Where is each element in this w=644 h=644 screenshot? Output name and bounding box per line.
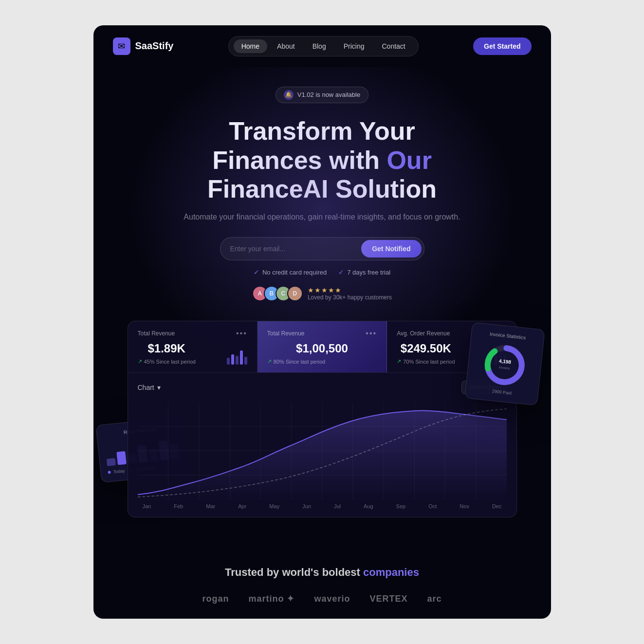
- x-label-jul: Jul: [334, 503, 341, 509]
- get-started-button[interactable]: Get Started: [473, 37, 531, 55]
- logo-icon: ✉: [113, 37, 130, 55]
- hero-title-line2: FinanceAI Solution: [207, 175, 437, 203]
- metric-change-3: ↗ 70% Since last period: [397, 358, 455, 365]
- bar-2: [116, 451, 127, 465]
- social-proof: A B C D ★★★★★ Loved by 30k+ happy custom…: [113, 286, 532, 301]
- metric-label-3: Avg. Order Revenue: [397, 330, 450, 337]
- x-label-nov: Nov: [460, 503, 469, 509]
- metric-total-revenue-2: Total Revenue ••• $1,00,500 ↗ 80% Since …: [258, 321, 387, 372]
- page-wrapper: ✉ SaaStify Home About Blog Pricing Conta…: [93, 25, 551, 619]
- invoice-title: Invoice Statistics: [478, 330, 536, 341]
- donut-wrapper: 4,198 Invoice: [473, 340, 536, 390]
- x-label-apr: Apr: [238, 503, 246, 509]
- x-label-aug: Aug: [364, 503, 373, 509]
- metric-value-1: $1.89K: [138, 342, 196, 355]
- email-form: Get Notified: [220, 237, 424, 260]
- chart-x-labels: Jan Feb Mar Apr May Jun Jul Aug Sep Oct …: [138, 499, 507, 509]
- chart-svg: [138, 402, 507, 499]
- check-label-2: 7 days free trial: [347, 269, 390, 276]
- trusted-title-start: Trusted by world's boldest: [225, 566, 363, 578]
- x-label-mar: Mar: [206, 503, 215, 509]
- check-icon-1: ✓: [254, 268, 259, 276]
- chart-svg-wrapper: [138, 402, 507, 499]
- bar-1: [106, 458, 115, 466]
- trusted-title-highlight: companies: [363, 566, 419, 578]
- check-free-trial: ✓ 7 days free trial: [338, 268, 390, 276]
- logo-text: SaaStify: [135, 40, 174, 52]
- x-label-oct: Oct: [428, 503, 437, 509]
- check-icon-2: ✓: [338, 268, 344, 276]
- company-logo-martino: martino ✦: [248, 593, 294, 604]
- metrics-row: Total Revenue ••• $1.89K ↗ 45% Since las…: [128, 321, 516, 372]
- x-label-dec: Dec: [492, 503, 502, 509]
- navbar: ✉ SaaStify Home About Blog Pricing Conta…: [93, 25, 551, 67]
- dashboard-preview: Real-Time Sale Today: [128, 321, 517, 532]
- chevron-down-icon: ▾: [157, 384, 161, 391]
- metric-header-1: Total Revenue •••: [138, 329, 247, 338]
- star-rating: ★★★★★: [308, 286, 342, 294]
- stars-text: ★★★★★ Loved by 30k+ happy customers: [308, 286, 392, 301]
- logo: ✉ SaaStify: [113, 37, 174, 55]
- metric-menu-1[interactable]: •••: [236, 329, 247, 338]
- company-logo-vertex: VERTEX: [370, 594, 408, 604]
- hero-section: 🔔 V1.02 is now available Transform Your …: [93, 67, 551, 542]
- nav-pricing[interactable]: Pricing: [336, 39, 372, 53]
- svg-text:Invoice: Invoice: [498, 366, 510, 370]
- metric-menu-2[interactable]: •••: [366, 329, 377, 338]
- nav-blog[interactable]: Blog: [305, 39, 334, 53]
- email-input[interactable]: [230, 245, 362, 253]
- metric-header-2: Total Revenue •••: [267, 329, 377, 338]
- company-logos-row: rogan martino ✦ waverio VERTEX arc: [113, 593, 532, 604]
- chart-area: Chart ▾ Select Date: [128, 372, 516, 517]
- x-label-may: May: [269, 503, 279, 509]
- company-logo-arc: arc: [427, 594, 442, 604]
- legend-today: Today: [108, 468, 125, 475]
- metric-label-1: Total Revenue: [138, 330, 175, 337]
- hero-checks: ✓ No credit card required ✓ 7 days free …: [113, 268, 532, 276]
- get-notified-button[interactable]: Get Notified: [361, 240, 421, 258]
- floating-card-invoice: Invoice Statistics 4,198 Invoice 2900 Pa…: [464, 322, 545, 406]
- bell-icon: 🔔: [284, 90, 294, 100]
- chart-selector-label: Chart: [138, 384, 154, 391]
- x-label-sep: Sep: [396, 503, 406, 509]
- company-logo-rogan: rogan: [202, 594, 229, 604]
- x-label-jan: Jan: [143, 503, 151, 509]
- hero-title: Transform Your Finances with Our Finance…: [171, 117, 473, 204]
- nav-links: Home About Blog Pricing Contact: [228, 36, 419, 56]
- check-no-credit-card: ✓ No credit card required: [254, 268, 327, 276]
- legend-dot-today: [108, 471, 111, 474]
- company-logo-waverio: waverio: [314, 594, 350, 604]
- metric-value-3: $249.50K: [397, 342, 455, 355]
- avatar-4: D: [287, 286, 303, 301]
- x-label-feb: Feb: [174, 503, 183, 509]
- nav-about[interactable]: About: [269, 39, 303, 53]
- metric-value-2: $1,00,500: [267, 342, 377, 355]
- check-label-1: No credit card required: [262, 269, 327, 276]
- hero-title-line1: Transform Your Finances with: [212, 117, 415, 174]
- version-badge: 🔔 V1.02 is now available: [276, 87, 368, 103]
- mini-bars-1: [227, 347, 247, 365]
- metric-change-2: ↗ 80% Since last period: [267, 358, 377, 365]
- trusted-title: Trusted by world's boldest companies: [113, 566, 532, 579]
- chart-toolbar: Chart ▾ Select Date: [138, 381, 507, 394]
- donut-chart: 4,198 Invoice: [480, 341, 529, 389]
- nav-contact[interactable]: Contact: [374, 39, 413, 53]
- metric-change-1: ↗ 45% Since last period: [138, 358, 196, 365]
- version-text: V1.02 is now available: [297, 91, 360, 98]
- nav-home[interactable]: Home: [234, 39, 267, 53]
- metric-label-2: Total Revenue: [267, 330, 305, 337]
- trusted-section: Trusted by world's boldest companies rog…: [93, 542, 551, 619]
- hero-subtitle: Automate your financial operations, gain…: [113, 213, 532, 221]
- metric-total-revenue-1: Total Revenue ••• $1.89K ↗ 45% Since las…: [128, 321, 258, 372]
- x-label-jun: Jun: [302, 503, 311, 509]
- chart-selector[interactable]: Chart ▾: [138, 384, 161, 391]
- dashboard-card: Total Revenue ••• $1.89K ↗ 45% Since las…: [128, 321, 517, 517]
- customers-text: Loved by 30k+ happy customers: [308, 294, 392, 301]
- hero-title-highlight: Our: [386, 146, 431, 174]
- svg-text:4,198: 4,198: [498, 358, 511, 365]
- avatars: A B C D: [252, 286, 303, 301]
